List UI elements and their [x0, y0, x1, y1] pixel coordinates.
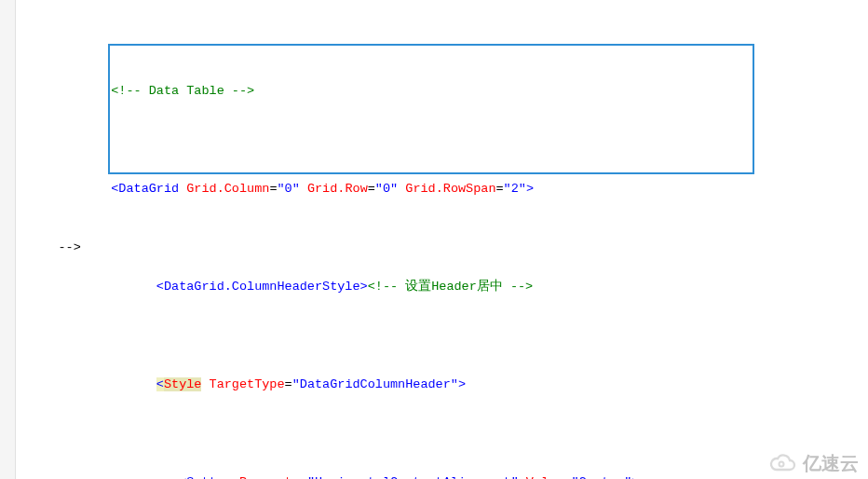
code-line: <DataGrid.ColumnHeaderStyle><!-- 设置Heade…: [20, 277, 868, 296]
code-line: <Style TargetType="DataGridColumnHeader"…: [20, 375, 868, 394]
code-content: <!-- Data Table --> <DataGrid Grid.Colum…: [20, 3, 868, 479]
cloud-icon: [769, 453, 797, 473]
watermark: 亿速云: [769, 453, 859, 473]
code-line: <!-- Data Table -->: [20, 81, 868, 101]
code-line: <Setter Property="HorizontalContentAlign…: [20, 472, 868, 479]
code-editor[interactable]: <!-- Data Table --> <DataGrid Grid.Colum…: [0, 0, 868, 479]
svg-point-0: [780, 462, 784, 467]
editor-gutter: [0, 0, 16, 479]
code-line: <DataGrid Grid.Column="0" Grid.Row="0" G…: [20, 179, 868, 198]
